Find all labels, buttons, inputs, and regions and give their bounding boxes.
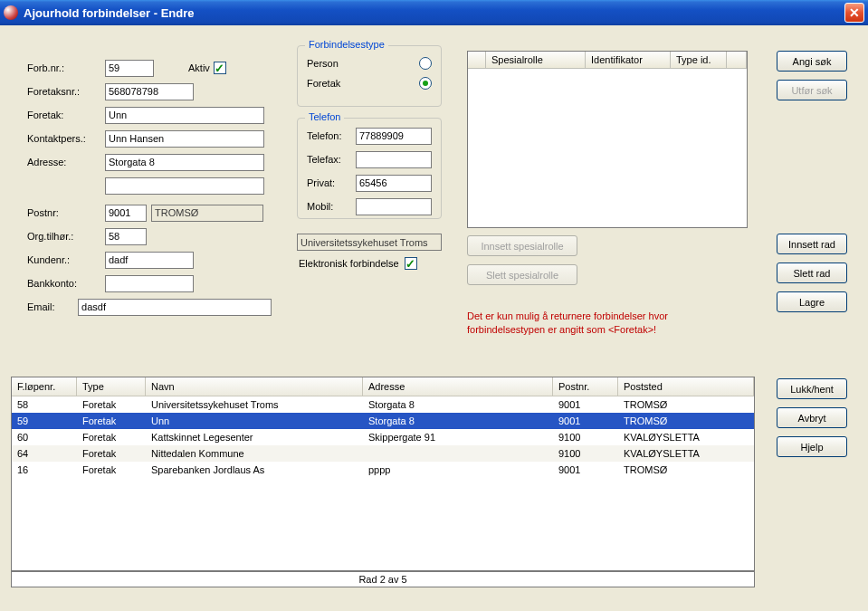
cell: 58 bbox=[12, 396, 77, 413]
innsett-spesialrolle-button[interactable]: Innsett spesialrolle bbox=[467, 235, 577, 256]
grid-header: F.løpenr. Type Navn Adresse Postnr. Post… bbox=[12, 377, 754, 396]
privat-input[interactable] bbox=[356, 175, 432, 192]
cell: 16 bbox=[12, 462, 77, 478]
cell: KVALØYSLETTA bbox=[618, 445, 754, 462]
cell: Unn bbox=[146, 413, 363, 429]
cell: Sparebanken Jordlaus As bbox=[146, 462, 363, 478]
label-elektronisk: Elektronisk forbindelse bbox=[299, 258, 399, 269]
email-input[interactable] bbox=[78, 299, 272, 316]
label-bankkonto: Bankkonto: bbox=[27, 278, 105, 289]
col-typeid[interactable]: Type id. bbox=[671, 52, 727, 68]
cell: Storgata 8 bbox=[363, 396, 553, 413]
results-grid[interactable]: F.løpenr. Type Navn Adresse Postnr. Post… bbox=[11, 377, 755, 571]
angisok-button[interactable]: Angi søk bbox=[777, 51, 847, 72]
label-email: Email: bbox=[27, 301, 78, 312]
spesialrolle-grid[interactable]: Spesialrolle Identifikator Type id. bbox=[467, 51, 748, 228]
label-telefon: Telefon: bbox=[307, 130, 356, 141]
elektronisk-checkbox[interactable]: ✓ bbox=[405, 257, 417, 270]
cell: TROMSØ bbox=[618, 396, 754, 413]
bankkonto-input[interactable] bbox=[105, 275, 194, 292]
app-icon bbox=[4, 5, 18, 20]
lukkhent-button[interactable]: Lukk/hent bbox=[777, 378, 847, 399]
slett-spesialrolle-button[interactable]: Slett spesialrolle bbox=[467, 264, 577, 285]
foretaksnr-input[interactable] bbox=[105, 83, 194, 100]
table-row[interactable]: 60ForetakKattskinnet LegesenterSkipperga… bbox=[12, 429, 754, 445]
cell: 9001 bbox=[553, 396, 618, 413]
col-spesialrolle[interactable]: Spesialrolle bbox=[486, 52, 586, 68]
forbnr-input[interactable] bbox=[105, 60, 154, 77]
avbryt-button[interactable]: Avbryt bbox=[777, 407, 847, 428]
lagre-button[interactable]: Lagre bbox=[777, 291, 847, 312]
hjelp-button[interactable]: Hjelp bbox=[777, 436, 847, 457]
cell: Universitetssykehuset Troms bbox=[146, 396, 363, 413]
cell: 9001 bbox=[553, 413, 618, 429]
table-row[interactable]: 58ForetakUniversitetssykehuset TromsStor… bbox=[12, 396, 754, 413]
cell: Foretak bbox=[77, 445, 146, 462]
aktiv-checkbox[interactable]: ✓ bbox=[214, 62, 226, 74]
cell: TROMSØ bbox=[618, 462, 754, 478]
cell: 9001 bbox=[553, 462, 618, 478]
postnr-input[interactable] bbox=[105, 205, 147, 222]
cell: 9100 bbox=[553, 429, 618, 445]
mobil-input[interactable] bbox=[356, 198, 432, 215]
label-kundenr: Kundenr.: bbox=[27, 254, 105, 265]
warning-line2: forbindelsestypen er angitt som <Foretak… bbox=[467, 324, 656, 335]
cell: Kattskinnet Legesenter bbox=[146, 429, 363, 445]
col-adresse[interactable]: Adresse bbox=[363, 377, 553, 396]
innsettrad-button[interactable]: Innsett rad bbox=[777, 234, 847, 254]
label-foretaksnr: Foretaksnr.: bbox=[27, 86, 105, 97]
telefax-input[interactable] bbox=[356, 151, 432, 168]
titlebar: Ajourhold forbindelser - Endre ✕ bbox=[0, 0, 868, 25]
adresse2-input[interactable] bbox=[105, 177, 264, 195]
label-foretak: Foretak: bbox=[27, 110, 105, 120]
cell bbox=[363, 445, 553, 462]
label-orgtilhor: Org.tilhør.: bbox=[27, 231, 105, 242]
label-postnr: Postnr: bbox=[27, 207, 105, 218]
foretak-input[interactable] bbox=[105, 107, 264, 124]
radio-foretak[interactable] bbox=[419, 77, 432, 90]
orgtilhor-name-display bbox=[297, 234, 442, 251]
table-row[interactable]: 59ForetakUnnStorgata 89001TROMSØ bbox=[12, 413, 754, 429]
adresse-input[interactable] bbox=[105, 154, 264, 171]
elektronisk-row: Elektronisk forbindelse ✓ bbox=[299, 257, 417, 270]
col-poststed[interactable]: Poststed bbox=[618, 377, 754, 396]
warning-text: Det er kun mulig å returnere forbindelse… bbox=[467, 310, 668, 337]
telefon-group: Telefon Telefon: Telefax: Privat: Mobil: bbox=[297, 118, 442, 219]
radio-foretak-label: Foretak bbox=[307, 78, 340, 89]
radio-person-label: Person bbox=[307, 58, 339, 69]
utforsok-button[interactable]: Utfør søk bbox=[777, 80, 847, 100]
label-kontaktpers: Kontaktpers.: bbox=[27, 133, 105, 144]
col-type[interactable]: Type bbox=[77, 377, 146, 396]
forbindelsestype-group: Forbindelsestype Person Foretak bbox=[297, 45, 442, 107]
spesialrolle-header: Spesialrolle Identifikator Type id. bbox=[468, 52, 747, 69]
col-postnr[interactable]: Postnr. bbox=[553, 377, 618, 396]
cell: Foretak bbox=[77, 396, 146, 413]
cell: 64 bbox=[12, 445, 77, 462]
col-navn[interactable]: Navn bbox=[146, 377, 363, 396]
close-icon[interactable]: ✕ bbox=[844, 3, 864, 23]
cell: KVALØYSLETTA bbox=[618, 429, 754, 445]
table-row[interactable]: 64ForetakNittedalen Kommune9100KVALØYSLE… bbox=[12, 445, 754, 462]
label-aktiv: Aktiv bbox=[188, 62, 210, 73]
label-adresse: Adresse: bbox=[27, 157, 105, 167]
col-flopenr[interactable]: F.løpenr. bbox=[12, 377, 77, 396]
label-mobil: Mobil: bbox=[307, 201, 356, 212]
radio-person[interactable] bbox=[419, 57, 432, 70]
label-telefax: Telefax: bbox=[307, 154, 356, 165]
grid-status: Rad 2 av 5 bbox=[11, 571, 755, 587]
label-forbnr: Forb.nr.: bbox=[27, 62, 105, 73]
kontaktpers-input[interactable] bbox=[105, 130, 264, 148]
slettrad-button[interactable]: Slett rad bbox=[777, 263, 847, 283]
cell: Foretak bbox=[77, 462, 146, 478]
col-identifikator[interactable]: Identifikator bbox=[586, 52, 671, 68]
orgtilhor-input[interactable] bbox=[105, 228, 147, 245]
kundenr-input[interactable] bbox=[105, 252, 194, 269]
cell: Foretak bbox=[77, 413, 146, 429]
forbindelsestype-legend: Forbindelsestype bbox=[305, 39, 388, 50]
cell: Skippergate 91 bbox=[363, 429, 553, 445]
cell: pppp bbox=[363, 462, 553, 478]
telefon-input[interactable] bbox=[356, 128, 432, 145]
form-left-column: Forb.nr.: Aktiv ✓ Foretaksnr.: Foretak: … bbox=[27, 58, 272, 320]
telefon-legend: Telefon bbox=[305, 111, 344, 122]
table-row[interactable]: 16ForetakSparebanken Jordlaus Aspppp9001… bbox=[12, 462, 754, 478]
